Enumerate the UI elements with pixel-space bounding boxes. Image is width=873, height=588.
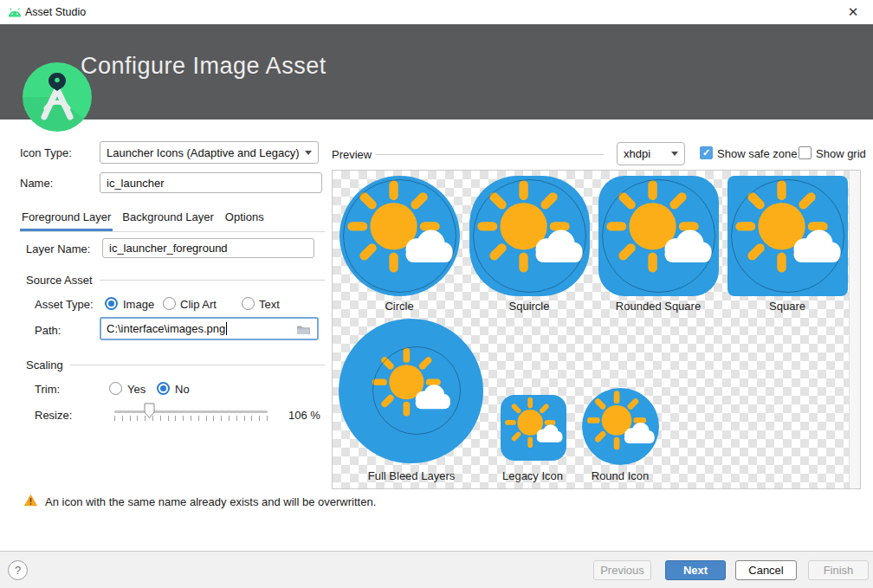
cancel-button[interactable]: Cancel — [735, 560, 797, 580]
source-asset-section-header: Source Asset — [26, 274, 325, 287]
trim-label: Trim: — [35, 383, 60, 396]
shape-label: Round Icon — [592, 469, 650, 482]
name-value: ic_launcher — [107, 177, 165, 190]
show-grid-label[interactable]: Show grid — [816, 147, 866, 160]
preview-icon-squircle — [469, 176, 590, 296]
section-divider — [70, 365, 325, 365]
asset-type-text-label[interactable]: Text — [259, 298, 280, 311]
help-icon[interactable]: ? — [8, 560, 28, 580]
path-label: Path: — [35, 324, 61, 337]
asset-studio-dialog: Asset Studio ✕ Configure Image Asset Ico… — [0, 0, 873, 588]
name-label: Name: — [20, 177, 53, 190]
wizard-header: Configure Image Asset — [0, 24, 873, 120]
path-input[interactable]: C:\interface\images.png — [100, 317, 319, 340]
preview-icon-legacy — [501, 395, 566, 461]
preview-icon-full-bleed — [339, 319, 483, 463]
text-cursor — [226, 322, 227, 335]
resize-value: 106 % — [288, 409, 320, 422]
layer-name-value: ic_launcher_foreground — [109, 242, 228, 255]
asset-type-radio-text[interactable] — [242, 297, 255, 310]
scaling-section-header: Scaling — [26, 359, 325, 372]
tab-options[interactable]: Options — [223, 208, 266, 231]
shape-label: Full Bleed Layers — [368, 469, 455, 482]
tab-background-layer[interactable]: Background Layer — [120, 208, 216, 231]
previous-button[interactable]: Previous — [593, 560, 651, 580]
asset-type-radio-clipart[interactable] — [163, 297, 176, 310]
preview-icon-round — [582, 388, 659, 465]
show-safe-zone-checkbox[interactable]: ✓ — [700, 146, 713, 159]
layer-tabs: Foreground Layer Background Layer Option… — [20, 208, 325, 232]
preview-icon-circle — [340, 176, 460, 296]
asset-type-label: Asset Type: — [35, 298, 94, 311]
next-button[interactable]: Next — [665, 560, 726, 580]
folder-browse-icon[interactable] — [296, 324, 311, 338]
footer-bar: ? Previous Next Cancel Finish — [0, 551, 873, 588]
android-logo-icon — [7, 6, 23, 22]
trim-radio-yes[interactable] — [109, 382, 122, 395]
preview-divider — [376, 154, 604, 155]
title-bar: Asset Studio ✕ — [0, 0, 873, 24]
preview-area: Circle Squircle Rounded Square Square Fu… — [332, 170, 861, 489]
icon-type-select[interactable]: Launcher Icons (Adaptive and Legacy) — [100, 141, 319, 164]
density-value: xhdpi — [624, 147, 650, 160]
asset-type-radio-image[interactable] — [105, 297, 118, 310]
resize-slider-thumb[interactable] — [144, 403, 155, 423]
layer-name-label: Layer Name: — [26, 242, 90, 255]
window-title: Asset Studio — [25, 6, 86, 18]
shape-label: Squircle — [509, 300, 550, 313]
icon-type-label: Icon Type: — [20, 146, 72, 159]
shape-label: Rounded Square — [616, 300, 701, 313]
layer-name-input[interactable]: ic_launcher_foreground — [102, 238, 314, 258]
chevron-down-icon — [305, 151, 312, 155]
trim-radio-no[interactable] — [157, 382, 170, 395]
shape-label: Square — [769, 300, 805, 313]
asset-type-image-label[interactable]: Image — [123, 298, 154, 311]
warning-row: An icon with the same name already exist… — [23, 494, 376, 510]
preview-title: Preview — [332, 148, 372, 161]
show-grid-checkbox[interactable] — [799, 146, 812, 159]
resize-label: Resize: — [35, 409, 72, 422]
warning-icon — [23, 494, 38, 510]
shape-label: Circle — [385, 300, 413, 313]
show-safe-zone-label[interactable]: Show safe zone — [717, 147, 798, 160]
preview-icon-square — [728, 176, 848, 296]
checkmark-icon: ✓ — [702, 147, 710, 158]
asset-type-clipart-label[interactable]: Clip Art — [180, 298, 217, 311]
resize-slider-track[interactable] — [114, 410, 268, 413]
icon-type-value: Launcher Icons (Adaptive and Legacy) — [107, 146, 300, 159]
preview-scrollbar[interactable] — [849, 171, 860, 488]
preview-icon-rounded-square — [598, 176, 719, 296]
tab-foreground-layer[interactable]: Foreground Layer — [20, 208, 113, 231]
trim-yes-label[interactable]: Yes — [127, 383, 146, 396]
shape-label: Legacy Icon — [502, 469, 563, 482]
path-value: C:\interface\images.png — [107, 322, 225, 335]
density-select[interactable]: xhdpi — [617, 142, 685, 165]
warning-text: An icon with the same name already exist… — [45, 495, 376, 508]
section-divider — [100, 280, 325, 281]
chevron-down-icon — [671, 152, 678, 156]
finish-button[interactable]: Finish — [808, 560, 869, 580]
name-input[interactable]: ic_launcher — [100, 172, 322, 193]
scaling-title: Scaling — [26, 359, 63, 372]
trim-no-label[interactable]: No — [175, 383, 190, 396]
source-asset-title: Source Asset — [26, 274, 93, 287]
resize-slider-ticks — [114, 416, 268, 421]
close-icon[interactable]: ✕ — [833, 0, 873, 24]
page-title: Configure Image Asset — [81, 53, 327, 80]
